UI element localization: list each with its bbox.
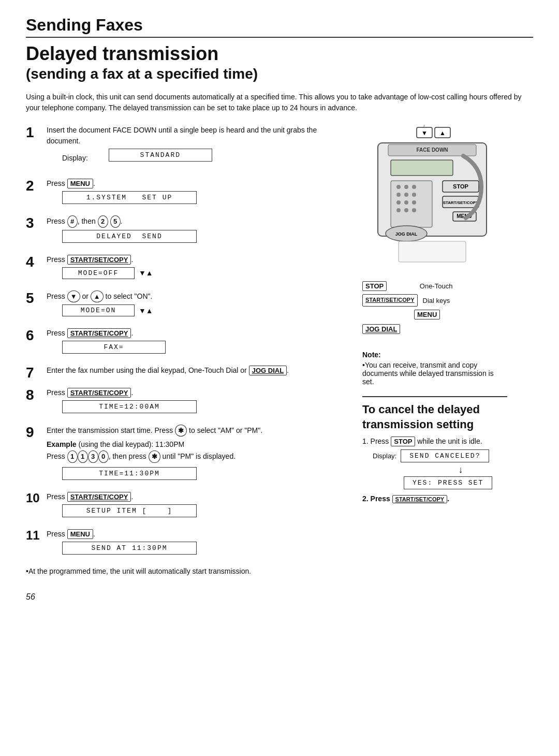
star-key-ex: ✱	[149, 450, 160, 463]
svg-point-14	[404, 193, 408, 197]
display-box-9: TIME=11:30PM	[62, 467, 197, 480]
step-6: 6 Press START/SET/COPY. FAX=	[26, 328, 321, 359]
svg-point-17	[404, 200, 408, 205]
fax-machine-illustration: ▼ ▲ / FACE DOWN	[362, 125, 507, 270]
display-box-1: STANDARD	[109, 149, 212, 162]
start-set-copy-key-4: START/SET/COPY	[67, 255, 131, 265]
step-11-number: 11	[26, 529, 47, 542]
svg-text:▼: ▼	[421, 129, 428, 137]
button-labels: STOP One-Touch START/SET/COPY Dial keys …	[362, 280, 507, 335]
step-5: 5 Press ▼ or ▲ to select "ON". MODE=ON ▼…	[26, 290, 321, 322]
example-block: Example (using the dial keypad): 11:30PM…	[47, 439, 321, 463]
svg-point-10	[396, 185, 401, 189]
cancel-display-1: SEND CANCELED?	[401, 449, 489, 462]
step-11-text: Press MENU.	[47, 529, 321, 540]
down-arrow-cancel: ↓	[414, 464, 507, 475]
step-9-text: Enter the transmission start time. Press…	[47, 425, 321, 437]
jog-dial-label-row: JOG DIAL	[362, 323, 507, 335]
step-1-text: Insert the document FACE DOWN until a si…	[47, 125, 321, 147]
menu-key-2: MENU	[67, 179, 93, 188]
step-4-number: 4	[26, 254, 47, 270]
display-box-2: 1.SYSTEM SET UP	[62, 191, 197, 204]
step-11: 11 Press MENU. SEND AT 11:30PM	[26, 529, 321, 560]
cancel-step1-text: 1. Press STOP while the unit is idle.	[362, 437, 507, 445]
dial-keys-label: Dial keys	[423, 295, 450, 307]
step-2-text: Press MENU.	[47, 178, 321, 189]
key-0: 0	[98, 450, 109, 463]
start-label-row: START/SET/COPY Dial keys	[362, 294, 507, 307]
stop-key-label: STOP	[362, 281, 387, 291]
note-text: •You can receive, transmit and copy docu…	[362, 361, 507, 386]
step-10-content: Press START/SET/COPY. SETUP ITEM [ ]	[47, 491, 321, 522]
step-7-text: Enter the fax number using the dial keyp…	[47, 365, 321, 376]
display-box-6: FAX=	[62, 341, 166, 354]
step-4-content: Press START/SET/COPY. MODE=OFF ▼▲	[47, 254, 321, 284]
step-3-number: 3	[26, 215, 47, 231]
hash-key: #	[67, 215, 78, 228]
section-title: Delayed transmission	[26, 43, 533, 65]
step-4: 4 Press START/SET/COPY. MODE=OFF ▼▲	[26, 254, 321, 284]
step-4-text: Press START/SET/COPY.	[47, 254, 321, 265]
svg-point-15	[412, 193, 416, 197]
arrow-4: ▼▲	[139, 269, 153, 277]
svg-text:▲: ▲	[439, 129, 446, 137]
svg-point-21	[412, 208, 416, 212]
svg-text:JOG DIAL: JOG DIAL	[395, 231, 418, 237]
step-8-text: Press START/SET/COPY.	[47, 387, 321, 398]
star-key-9: ✱	[175, 425, 187, 437]
display-box-3: DELAYED SEND	[62, 230, 197, 243]
jog-dial-key-7: JOG DIAL	[249, 366, 287, 375]
intro-text: Using a built-in clock, this unit can se…	[26, 92, 533, 113]
key-3: 3	[88, 450, 98, 463]
page-title: Sending Faxes	[26, 16, 533, 35]
start-set-copy-key-6: START/SET/COPY	[67, 328, 131, 338]
svg-point-13	[396, 193, 401, 197]
step-9: 9 Enter the transmission start time. Pre…	[26, 425, 321, 486]
step-10-number: 10	[26, 491, 47, 505]
svg-point-18	[412, 200, 416, 205]
cancel-display-2: YES: PRESS SET	[404, 476, 492, 489]
start-set-copy-key-cancel: START/SET/COPY	[392, 495, 448, 503]
display-box-5: MODE=ON	[62, 304, 135, 316]
svg-point-11	[404, 185, 408, 189]
note-title: Note:	[362, 351, 507, 359]
example-label: Example	[47, 440, 77, 448]
step-8-content: Press START/SET/COPY. TIME=12:00AM	[47, 387, 321, 418]
menu-label-row: MENU	[414, 309, 507, 321]
down-arrow-key: ▼	[67, 290, 80, 303]
menu-key-label: MENU	[414, 310, 440, 319]
start-set-copy-key-8: START/SET/COPY	[67, 388, 131, 398]
page-number: 56	[26, 592, 321, 602]
start-set-copy-label: START/SET/COPY	[362, 294, 418, 307]
step-3: 3 Press #, then 2 5. DELAYED SEND	[26, 215, 321, 248]
cancel-step2-text: 2. Press START/SET/COPY.	[362, 495, 507, 503]
key-1a: 1	[67, 450, 78, 463]
svg-point-19	[396, 208, 401, 212]
example-instruction: Press 1130, then press ✱ until "PM" is d…	[47, 452, 236, 460]
step-1: 1 Insert the document FACE DOWN until a …	[26, 125, 321, 172]
step-10: 10 Press START/SET/COPY. SETUP ITEM [ ]	[26, 491, 321, 522]
svg-point-16	[396, 200, 401, 205]
note-section: Note: •You can receive, transmit and cop…	[362, 351, 507, 386]
stop-label-row: STOP One-Touch	[362, 280, 507, 292]
stop-key-cancel: STOP	[391, 437, 415, 446]
mode-box-4: MODE=OFF ▼▲	[62, 267, 321, 279]
one-touch-label: One-Touch	[420, 282, 453, 290]
step-1-content: Insert the document FACE DOWN until a si…	[47, 125, 321, 172]
mode-box-5: MODE=ON ▼▲	[62, 304, 321, 316]
cancel-title: To cancel the delayed transmission setti…	[362, 402, 507, 432]
svg-point-20	[404, 208, 408, 212]
arrow-5: ▼▲	[139, 307, 153, 315]
step-1-number: 1	[26, 125, 47, 141]
svg-rect-8	[391, 160, 453, 176]
svg-text:/: /	[424, 125, 425, 128]
start-set-copy-key-10: START/SET/COPY	[67, 492, 131, 502]
step-9-number: 9	[26, 425, 47, 441]
steps-column: 1 Insert the document FACE DOWN until a …	[26, 125, 321, 602]
key-2: 2	[98, 215, 108, 228]
up-arrow-key: ▲	[91, 290, 104, 303]
right-column: ▼ ▲ / FACE DOWN	[336, 125, 533, 602]
svg-text:START/SET/COPY: START/SET/COPY	[443, 200, 479, 205]
step-10-text: Press START/SET/COPY.	[47, 491, 321, 502]
step-7-number: 7	[26, 365, 47, 381]
